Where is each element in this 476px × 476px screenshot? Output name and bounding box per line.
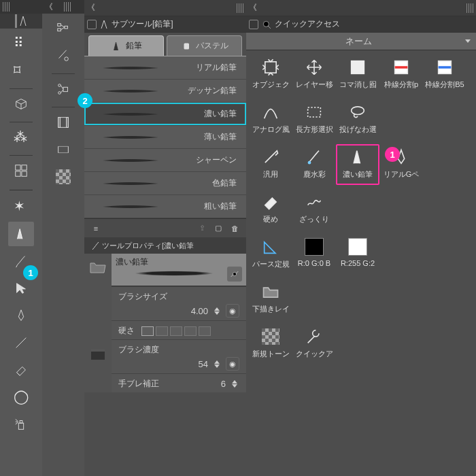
filmstrip-icon[interactable] <box>50 137 76 162</box>
quick-cell-analog[interactable]: アナログ風 <box>249 99 292 140</box>
quick-tabbar[interactable]: ネーム <box>246 33 476 50</box>
quick-label: コマ消し囮 <box>339 80 377 90</box>
brush-row[interactable]: リアル鉛筆 <box>84 56 246 80</box>
quick-cell-eraseframe[interactable]: コマ消し囮 <box>336 54 379 95</box>
quick-cell-move[interactable]: レイヤー移 <box>292 54 336 95</box>
prop-panel-title: ツールプロパティ[濃い鉛筆 <box>102 241 194 251</box>
divider-red-icon <box>390 57 413 78</box>
panel-menu-icon[interactable] <box>87 20 97 29</box>
new-icon[interactable]: ▢ <box>212 222 224 235</box>
hardness-boxes[interactable] <box>141 326 211 336</box>
collapse-left-icon[interactable]: 《 <box>249 2 257 14</box>
collapse-left-icon[interactable]: 《 <box>87 2 95 14</box>
svg-rect-8 <box>65 26 68 29</box>
tree-icon[interactable] <box>50 16 76 41</box>
stepper[interactable] <box>212 307 222 315</box>
quick-cell-folder[interactable]: 下描きレイ <box>249 279 292 320</box>
quick-cell-object[interactable]: オブジェク <box>249 54 292 95</box>
tab-enpitsu[interactable]: 鉛筆 <box>88 35 164 56</box>
panel-menu-icon[interactable] <box>249 20 258 29</box>
quick-grid: オブジェクレイヤー移コマ消し囮枠線分割p枠線分割B5アナログ風長方形選択投げなわ… <box>246 50 476 369</box>
dynamics-icon[interactable]: ◉ <box>226 357 239 371</box>
svg-rect-6 <box>58 24 61 27</box>
svg-rect-4 <box>18 423 23 429</box>
quick-cell-lasso[interactable]: 投げなわ選 <box>336 99 379 140</box>
swap-icon[interactable]: ⇪ <box>196 222 208 235</box>
quick-panel-title: クイックアクセス <box>275 18 340 30</box>
prop-brush-size: ブラシサイズ 4.00 ◉ <box>112 286 246 320</box>
quick-cell-pen-diag[interactable]: 汎用 <box>249 144 292 185</box>
rough-icon <box>303 192 326 212</box>
brush-row[interactable]: シャーペン <box>84 149 246 172</box>
tool-line-icon[interactable] <box>8 330 34 355</box>
dynamics-icon[interactable]: ◉ <box>226 304 239 318</box>
stepper[interactable] <box>230 380 239 388</box>
tool-pencil-icon[interactable] <box>8 222 34 246</box>
quick-label: アナログ風 <box>252 124 290 135</box>
quick-cell-white-sw[interactable]: R:255 G:2 <box>336 234 379 275</box>
tool-spray-icon[interactable] <box>8 412 34 437</box>
quick-label: クイックア <box>296 349 333 359</box>
settings-button[interactable] <box>227 267 242 282</box>
quick-title-bar: クイックアクセス <box>246 16 476 33</box>
prop-hardness: 硬さ <box>112 320 246 339</box>
quick-cell-rough[interactable]: ざっくり <box>292 189 336 230</box>
svg-point-10 <box>58 84 61 87</box>
brush-gear-icon[interactable] <box>50 44 76 68</box>
quick-label: リアルGペ <box>384 169 420 180</box>
quick-cell-ruler[interactable]: パース定規 <box>249 234 292 275</box>
wrench-icon <box>303 326 326 347</box>
prop-value[interactable]: 6 <box>196 379 226 389</box>
brush-row[interactable]: 粗い鉛筆 <box>84 195 246 218</box>
folder-open-icon[interactable] <box>89 259 107 274</box>
tool-pattern-icon[interactable] <box>8 158 34 183</box>
brush-preview: 濃い鉛筆 <box>112 254 246 286</box>
brush-row-selected[interactable]: 濃い鉛筆 <box>84 103 246 126</box>
quick-cell-divider-red[interactable]: 枠線分割p <box>379 54 423 95</box>
quick-cell-tone[interactable]: 新規トーン <box>249 324 292 364</box>
tab-label: 鉛筆 <box>126 40 142 52</box>
quick-tab-label: ネーム <box>252 35 465 48</box>
quick-access-icon <box>261 19 272 30</box>
prop-sidebar <box>84 254 112 392</box>
checker-icon[interactable] <box>50 165 76 189</box>
tool-cube-icon[interactable] <box>8 92 34 116</box>
tool-scatter-icon[interactable]: ⁂ <box>8 125 34 150</box>
prop-stabilize: 手ブレ補正 6 <box>112 373 246 392</box>
brush-row[interactable]: 薄い鉛筆 <box>84 126 246 149</box>
brush-icon <box>90 240 99 251</box>
brush-row[interactable]: デッサン鉛筆 <box>84 80 246 103</box>
quick-cell-wrench[interactable]: クイックア <box>292 324 336 364</box>
quick-cell-divider-blue[interactable]: 枠線分割B5 <box>423 54 466 95</box>
tool-erase-icon[interactable] <box>8 358 34 382</box>
clapper-icon[interactable] <box>89 346 107 361</box>
tool-dots-icon[interactable]: ⠿ <box>8 31 34 56</box>
list-menu-icon[interactable]: ≡ <box>90 222 102 235</box>
quick-cell-black-sw[interactable]: R:0 G:0 B <box>292 234 336 275</box>
folder-icon <box>259 282 282 302</box>
svg-rect-17 <box>184 43 189 49</box>
prop-value[interactable]: 4.00 <box>178 306 208 316</box>
brush-label: 薄い鉛筆 <box>204 131 237 143</box>
quick-access-column: 《 クイックアクセス ネーム オブジェクレイヤー移コマ消し囮枠線分割p枠線分割B… <box>246 0 476 476</box>
film-icon[interactable] <box>50 110 76 135</box>
tool-paint-icon[interactable]: ◯ <box>8 385 34 409</box>
group-icon[interactable] <box>50 77 76 101</box>
prop-value[interactable]: 54 <box>178 359 208 369</box>
callout-1a: 1 <box>23 265 38 280</box>
collapse-left-icon[interactable]: 《 <box>45 1 53 13</box>
stepper[interactable] <box>212 360 222 368</box>
brush-row[interactable]: 色鉛筆 <box>84 172 246 195</box>
pencil-ico-icon <box>346 147 369 167</box>
quick-cell-pencil-ico[interactable]: 濃い鉛筆 <box>336 144 379 185</box>
quick-cell-brush-water[interactable]: 鹿水彩 <box>292 144 336 185</box>
tool-pen-icon[interactable] <box>8 303 34 328</box>
tool-hand-icon[interactable]: ⌑ <box>8 58 34 83</box>
tool-wand-icon[interactable]: ✶ <box>8 194 34 219</box>
svg-point-28 <box>308 161 311 165</box>
quick-cell-eraser[interactable]: 硬め <box>249 189 292 230</box>
rectsel-icon <box>303 102 326 122</box>
tab-pastel[interactable]: パステル <box>167 35 242 56</box>
trash-icon[interactable]: 🗑 <box>228 222 241 235</box>
quick-cell-rectsel[interactable]: 長方形選択 <box>292 99 336 140</box>
